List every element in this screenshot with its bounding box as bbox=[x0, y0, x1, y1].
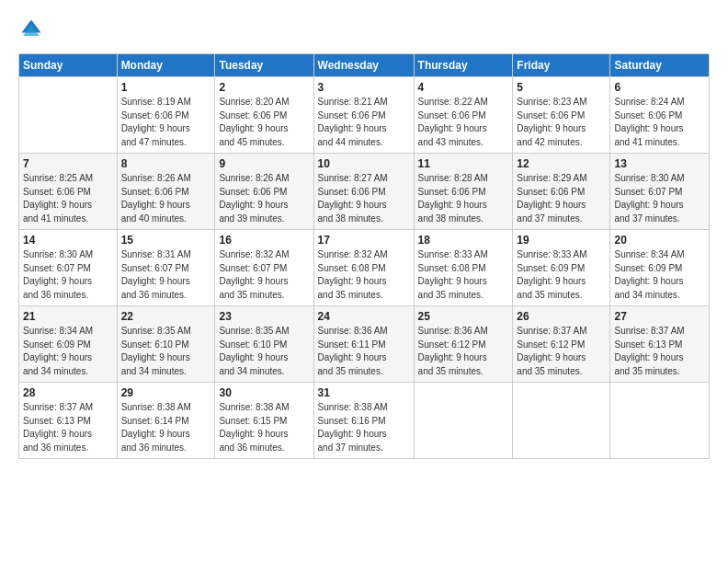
day-info: Sunrise: 8:34 AM Sunset: 6:09 PM Dayligh… bbox=[614, 248, 705, 302]
day-number: 17 bbox=[318, 234, 410, 247]
calendar-cell: 3Sunrise: 8:21 AM Sunset: 6:06 PM Daylig… bbox=[313, 77, 414, 154]
weekday-header: Thursday bbox=[414, 54, 513, 77]
calendar-cell: 14Sunrise: 8:30 AM Sunset: 6:07 PM Dayli… bbox=[19, 230, 118, 306]
calendar-cell: 28Sunrise: 8:37 AM Sunset: 6:13 PM Dayli… bbox=[19, 383, 118, 459]
day-info: Sunrise: 8:27 AM Sunset: 6:06 PM Dayligh… bbox=[318, 172, 410, 225]
calendar-week-row: 21Sunrise: 8:34 AM Sunset: 6:09 PM Dayli… bbox=[19, 306, 710, 383]
calendar-cell: 20Sunrise: 8:34 AM Sunset: 6:09 PM Dayli… bbox=[610, 230, 710, 306]
day-info: Sunrise: 8:33 AM Sunset: 6:08 PM Dayligh… bbox=[418, 248, 509, 302]
calendar-cell: 26Sunrise: 8:37 AM Sunset: 6:12 PM Dayli… bbox=[513, 306, 610, 383]
day-info: Sunrise: 8:20 AM Sunset: 6:06 PM Dayligh… bbox=[219, 96, 309, 149]
day-number: 29 bbox=[121, 386, 211, 399]
day-number: 26 bbox=[517, 310, 606, 323]
day-info: Sunrise: 8:32 AM Sunset: 6:08 PM Dayligh… bbox=[318, 248, 410, 302]
calendar-cell: 16Sunrise: 8:32 AM Sunset: 6:07 PM Dayli… bbox=[215, 230, 313, 306]
day-number: 20 bbox=[614, 234, 705, 247]
day-info: Sunrise: 8:19 AM Sunset: 6:06 PM Dayligh… bbox=[121, 96, 211, 149]
calendar-cell: 21Sunrise: 8:34 AM Sunset: 6:09 PM Dayli… bbox=[19, 306, 118, 383]
day-info: Sunrise: 8:38 AM Sunset: 6:15 PM Dayligh… bbox=[219, 401, 309, 454]
calendar-cell: 25Sunrise: 8:36 AM Sunset: 6:12 PM Dayli… bbox=[414, 306, 513, 383]
calendar-cell: 2Sunrise: 8:20 AM Sunset: 6:06 PM Daylig… bbox=[215, 77, 313, 154]
calendar-cell: 6Sunrise: 8:24 AM Sunset: 6:06 PM Daylig… bbox=[610, 77, 710, 154]
day-info: Sunrise: 8:38 AM Sunset: 6:16 PM Dayligh… bbox=[318, 401, 410, 454]
calendar-table: SundayMondayTuesdayWednesdayThursdayFrid… bbox=[18, 53, 710, 459]
day-info: Sunrise: 8:26 AM Sunset: 6:06 PM Dayligh… bbox=[219, 172, 309, 225]
day-number: 19 bbox=[517, 234, 606, 247]
day-info: Sunrise: 8:35 AM Sunset: 6:10 PM Dayligh… bbox=[219, 325, 309, 378]
day-number: 11 bbox=[418, 157, 509, 170]
calendar-cell: 17Sunrise: 8:32 AM Sunset: 6:08 PM Dayli… bbox=[313, 230, 414, 306]
calendar-cell: 7Sunrise: 8:25 AM Sunset: 6:06 PM Daylig… bbox=[19, 154, 118, 230]
day-number: 7 bbox=[23, 157, 113, 170]
day-info: Sunrise: 8:37 AM Sunset: 6:12 PM Dayligh… bbox=[517, 325, 606, 378]
day-number: 8 bbox=[121, 157, 211, 170]
calendar-cell: 12Sunrise: 8:29 AM Sunset: 6:06 PM Dayli… bbox=[513, 154, 610, 230]
day-number: 13 bbox=[614, 157, 705, 170]
weekday-header: Sunday bbox=[19, 54, 118, 77]
day-info: Sunrise: 8:26 AM Sunset: 6:06 PM Dayligh… bbox=[121, 172, 211, 225]
day-info: Sunrise: 8:36 AM Sunset: 6:12 PM Dayligh… bbox=[418, 325, 509, 378]
calendar-cell: 9Sunrise: 8:26 AM Sunset: 6:06 PM Daylig… bbox=[215, 154, 313, 230]
calendar-cell: 27Sunrise: 8:37 AM Sunset: 6:13 PM Dayli… bbox=[610, 306, 710, 383]
calendar-cell: 15Sunrise: 8:31 AM Sunset: 6:07 PM Dayli… bbox=[117, 230, 215, 306]
calendar-cell: 4Sunrise: 8:22 AM Sunset: 6:06 PM Daylig… bbox=[414, 77, 513, 154]
day-info: Sunrise: 8:28 AM Sunset: 6:06 PM Dayligh… bbox=[418, 172, 509, 225]
day-info: Sunrise: 8:30 AM Sunset: 6:07 PM Dayligh… bbox=[614, 172, 705, 225]
day-number: 5 bbox=[517, 81, 606, 94]
day-number: 23 bbox=[219, 310, 309, 323]
day-info: Sunrise: 8:37 AM Sunset: 6:13 PM Dayligh… bbox=[23, 401, 113, 454]
weekday-header: Wednesday bbox=[313, 54, 414, 77]
day-number: 31 bbox=[318, 386, 410, 399]
day-info: Sunrise: 8:35 AM Sunset: 6:10 PM Dayligh… bbox=[121, 325, 211, 378]
day-number: 15 bbox=[121, 234, 211, 247]
weekday-header: Friday bbox=[513, 54, 610, 77]
logo bbox=[18, 17, 46, 42]
day-info: Sunrise: 8:25 AM Sunset: 6:06 PM Dayligh… bbox=[23, 172, 113, 225]
day-info: Sunrise: 8:34 AM Sunset: 6:09 PM Dayligh… bbox=[23, 325, 113, 378]
day-info: Sunrise: 8:32 AM Sunset: 6:07 PM Dayligh… bbox=[219, 248, 309, 302]
day-info: Sunrise: 8:21 AM Sunset: 6:06 PM Dayligh… bbox=[318, 96, 410, 149]
day-number: 21 bbox=[23, 310, 113, 323]
weekday-header: Saturday bbox=[610, 54, 710, 77]
calendar-week-row: 7Sunrise: 8:25 AM Sunset: 6:06 PM Daylig… bbox=[19, 154, 710, 230]
calendar-cell: 31Sunrise: 8:38 AM Sunset: 6:16 PM Dayli… bbox=[313, 383, 414, 459]
day-number: 1 bbox=[121, 81, 211, 94]
weekday-header: Monday bbox=[117, 54, 215, 77]
day-info: Sunrise: 8:36 AM Sunset: 6:11 PM Dayligh… bbox=[318, 325, 410, 378]
day-number: 14 bbox=[23, 234, 113, 247]
calendar-cell: 13Sunrise: 8:30 AM Sunset: 6:07 PM Dayli… bbox=[610, 154, 710, 230]
day-number: 12 bbox=[517, 157, 606, 170]
day-info: Sunrise: 8:23 AM Sunset: 6:06 PM Dayligh… bbox=[517, 96, 606, 149]
page-container: SundayMondayTuesdayWednesdayThursdayFrid… bbox=[0, 0, 728, 468]
day-info: Sunrise: 8:30 AM Sunset: 6:07 PM Dayligh… bbox=[23, 248, 113, 302]
calendar-cell: 29Sunrise: 8:38 AM Sunset: 6:14 PM Dayli… bbox=[117, 383, 215, 459]
calendar-header: SundayMondayTuesdayWednesdayThursdayFrid… bbox=[19, 54, 710, 77]
calendar-cell: 24Sunrise: 8:36 AM Sunset: 6:11 PM Dayli… bbox=[313, 306, 414, 383]
calendar-cell: 11Sunrise: 8:28 AM Sunset: 6:06 PM Dayli… bbox=[414, 154, 513, 230]
day-number: 28 bbox=[23, 386, 113, 399]
calendar-cell: 30Sunrise: 8:38 AM Sunset: 6:15 PM Dayli… bbox=[215, 383, 313, 459]
calendar-cell: 23Sunrise: 8:35 AM Sunset: 6:10 PM Dayli… bbox=[215, 306, 313, 383]
logo-icon bbox=[18, 17, 44, 42]
calendar-cell: 22Sunrise: 8:35 AM Sunset: 6:10 PM Dayli… bbox=[117, 306, 215, 383]
calendar-cell bbox=[610, 383, 710, 459]
day-info: Sunrise: 8:33 AM Sunset: 6:09 PM Dayligh… bbox=[517, 248, 606, 302]
day-info: Sunrise: 8:31 AM Sunset: 6:07 PM Dayligh… bbox=[121, 248, 211, 302]
day-number: 25 bbox=[418, 310, 509, 323]
calendar-cell: 1Sunrise: 8:19 AM Sunset: 6:06 PM Daylig… bbox=[117, 77, 215, 154]
day-number: 22 bbox=[121, 310, 211, 323]
day-info: Sunrise: 8:24 AM Sunset: 6:06 PM Dayligh… bbox=[614, 96, 705, 149]
calendar-cell bbox=[513, 383, 610, 459]
day-number: 18 bbox=[418, 234, 509, 247]
calendar-cell: 8Sunrise: 8:26 AM Sunset: 6:06 PM Daylig… bbox=[117, 154, 215, 230]
calendar-week-row: 14Sunrise: 8:30 AM Sunset: 6:07 PM Dayli… bbox=[19, 230, 710, 306]
day-info: Sunrise: 8:38 AM Sunset: 6:14 PM Dayligh… bbox=[121, 401, 211, 454]
day-number: 6 bbox=[614, 81, 705, 94]
calendar-cell: 5Sunrise: 8:23 AM Sunset: 6:06 PM Daylig… bbox=[513, 77, 610, 154]
header bbox=[18, 17, 710, 42]
day-number: 10 bbox=[318, 157, 410, 170]
day-number: 16 bbox=[219, 234, 309, 247]
day-number: 3 bbox=[318, 81, 410, 94]
day-number: 4 bbox=[418, 81, 509, 94]
weekday-header: Tuesday bbox=[215, 54, 313, 77]
